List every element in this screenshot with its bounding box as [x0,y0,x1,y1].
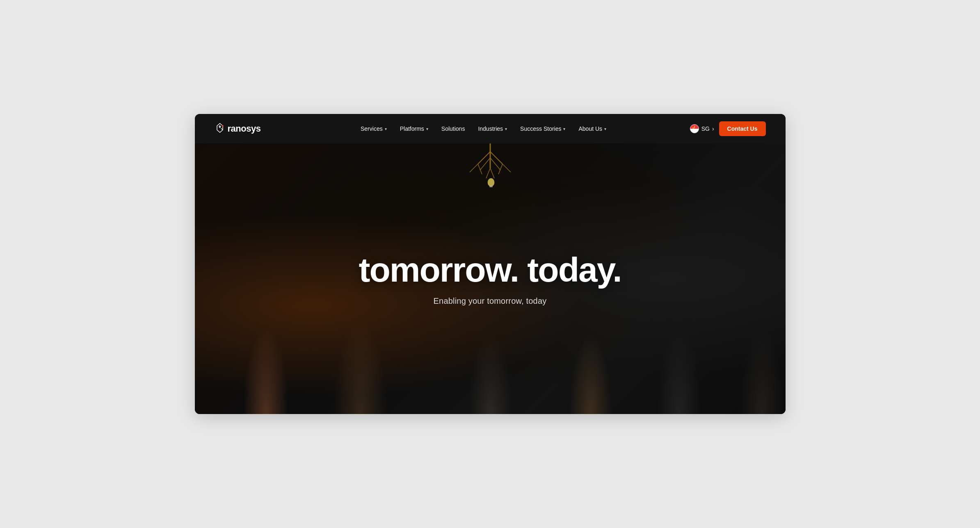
nav-item-industries[interactable]: Industries ▾ [472,122,513,135]
hero-section: tomorrow. today. Enabling your tomorrow,… [195,143,786,414]
contact-us-button[interactable]: Contact Us [719,121,766,136]
navbar-links: Services ▾ Platforms ▾ Solutions Industr… [260,122,690,135]
region-label: SG [701,125,710,132]
logo-icon [215,123,225,135]
nav-item-platforms[interactable]: Platforms ▾ [394,122,434,135]
hero-content: tomorrow. today. Enabling your tomorrow,… [195,143,786,414]
nav-item-services[interactable]: Services ▾ [355,122,393,135]
nav-item-about-us[interactable]: About Us ▾ [573,122,612,135]
industries-chevron-icon: ▾ [505,127,507,131]
region-arrow-icon: › [712,125,714,132]
success-stories-chevron-icon: ▾ [563,127,565,131]
platforms-chevron-icon: ▾ [426,127,428,131]
navbar: ranosys Services ▾ Platforms ▾ Solutions… [195,114,786,143]
hero-title: tomorrow. today. [359,252,621,288]
about-us-chevron-icon: ▾ [604,127,606,131]
browser-window: ranosys Services ▾ Platforms ▾ Solutions… [195,114,786,414]
navbar-right: 🌙 SG › Contact Us [690,121,766,136]
logo-text: ranosys [228,123,261,134]
sg-flag-icon: 🌙 [690,124,699,133]
svg-point-0 [222,125,224,127]
services-chevron-icon: ▾ [385,127,387,131]
nav-item-solutions[interactable]: Solutions [436,122,471,135]
region-selector[interactable]: 🌙 SG › [690,124,714,133]
hero-subtitle: Enabling your tomorrow, today [434,296,547,306]
nav-item-success-stories[interactable]: Success Stories ▾ [514,122,571,135]
logo[interactable]: ranosys [215,123,261,135]
